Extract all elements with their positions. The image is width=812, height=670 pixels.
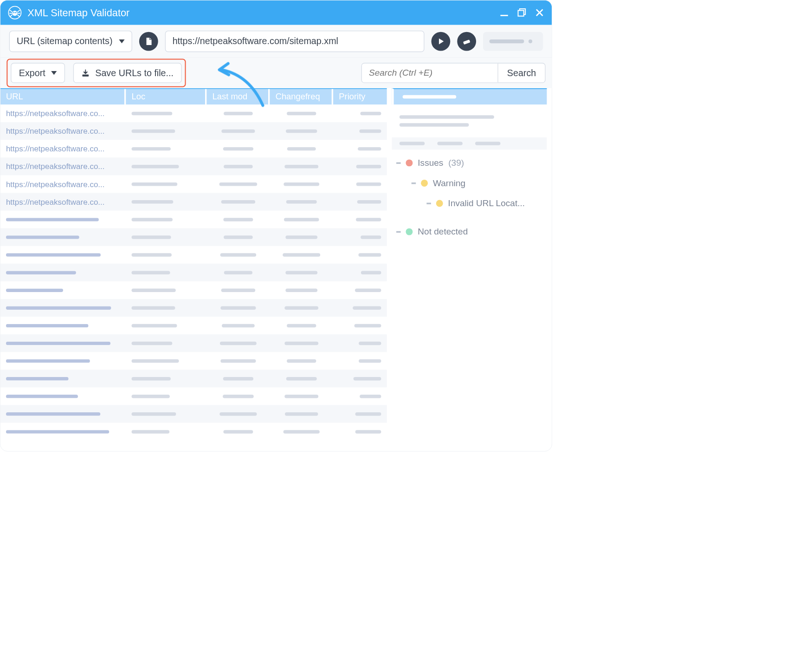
url-input[interactable]: https://netpeaksoftware.com/sitemap.xml: [165, 31, 424, 52]
table-row[interactable]: [0, 281, 387, 299]
url-input-value: https://netpeaksoftware.com/sitemap.xml: [173, 36, 338, 46]
table-row[interactable]: [0, 211, 387, 228]
col-changefreq[interactable]: Changefreq: [270, 89, 333, 104]
spider-app-icon: [8, 6, 22, 20]
svg-rect-7: [463, 39, 470, 45]
chevron-down-icon: [119, 39, 124, 43]
svg-rect-4: [500, 15, 508, 16]
eraser-icon: [462, 37, 471, 46]
secondary-toolbar: Export Save URLs to file... Search: [0, 58, 552, 88]
warning-row[interactable]: Warning: [396, 173, 542, 194]
table-row[interactable]: [0, 405, 387, 423]
col-url[interactable]: URL: [0, 89, 126, 104]
minimize-icon[interactable]: [499, 8, 509, 17]
table-row[interactable]: https://netpeaksoftware.co...: [0, 193, 387, 210]
table-row[interactable]: [0, 264, 387, 281]
issues-row[interactable]: Issues (39): [396, 153, 542, 173]
main-toolbar: URL (sitemap contents) https://netpeakso…: [0, 25, 552, 58]
save-urls-button[interactable]: Save URLs to file...: [73, 63, 182, 83]
search-button[interactable]: Search: [497, 64, 545, 83]
table-row[interactable]: [0, 352, 387, 370]
warning-dot-icon: [421, 180, 428, 187]
file-icon: [144, 37, 153, 46]
table-row[interactable]: [0, 317, 387, 334]
results-table: URL Loc Last mod Changefreq Priority htt…: [0, 88, 387, 451]
export-highlight-box: Export Save URLs to file...: [6, 59, 186, 87]
table-row[interactable]: https://netpeaksoftware.co...: [0, 104, 387, 122]
clear-button[interactable]: [457, 32, 476, 51]
issue-dot-icon: [406, 159, 412, 166]
not-detected-row[interactable]: Not detected: [396, 221, 542, 242]
mode-select[interactable]: URL (sitemap contents): [9, 31, 132, 52]
close-icon[interactable]: [535, 8, 544, 17]
svg-rect-6: [518, 10, 524, 16]
table-row[interactable]: [0, 299, 387, 317]
svg-point-2: [13, 12, 15, 13]
col-loc[interactable]: Loc: [126, 89, 206, 104]
search-input[interactable]: [362, 64, 497, 83]
download-icon: [81, 69, 90, 77]
ok-dot-icon: [406, 228, 412, 235]
app-title: XML Sitemap Validator: [27, 7, 494, 19]
table-row[interactable]: [0, 246, 387, 264]
side-panel: Issues (39) Warning Invalid URL Locat...…: [387, 88, 552, 451]
table-row[interactable]: https://netpeaksoftware.co...: [0, 122, 387, 140]
warning-dot-icon: [436, 200, 443, 207]
invalid-url-row[interactable]: Invalid URL Locat...: [396, 193, 542, 214]
side-panel-header: [392, 88, 547, 104]
table-row[interactable]: https://netpeaksoftware.co...: [0, 140, 387, 157]
svg-point-3: [15, 12, 17, 13]
table-row[interactable]: [0, 387, 387, 405]
maximize-icon[interactable]: [517, 8, 527, 17]
start-button[interactable]: [432, 32, 451, 51]
table-row[interactable]: [0, 228, 387, 246]
table-row[interactable]: [0, 370, 387, 387]
col-priority[interactable]: Priority: [333, 89, 387, 104]
col-lastmod[interactable]: Last mod: [206, 89, 270, 104]
export-button-label: Export: [19, 68, 45, 78]
search-box: Search: [361, 63, 546, 83]
table-row[interactable]: https://netpeaksoftware.co...: [0, 157, 387, 175]
table-row[interactable]: [0, 423, 387, 441]
titlebar: XML Sitemap Validator: [0, 0, 552, 25]
svg-point-1: [13, 11, 18, 16]
file-button[interactable]: [139, 32, 158, 51]
mode-select-label: URL (sitemap contents): [17, 36, 112, 46]
chevron-down-icon: [51, 71, 57, 75]
play-icon: [436, 37, 445, 46]
save-urls-label: Save URLs to file...: [95, 68, 174, 78]
table-row[interactable]: [0, 334, 387, 352]
disabled-button: [483, 32, 543, 51]
table-row[interactable]: https://netpeaksoftware.co...: [0, 175, 387, 193]
export-button[interactable]: Export: [11, 63, 65, 83]
